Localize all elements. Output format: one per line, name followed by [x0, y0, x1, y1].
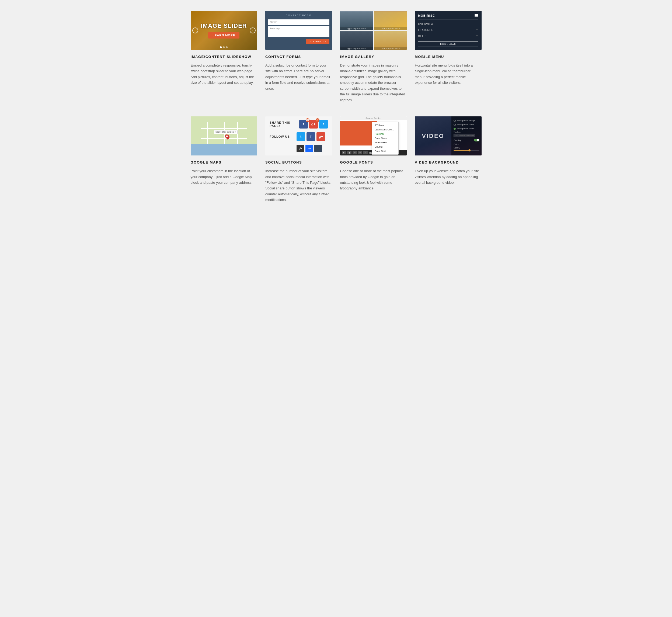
follow-facebook-btn[interactable]: f [306, 132, 315, 141]
card-title-maps: GOOGLE MAPS [191, 160, 257, 164]
slider-heading: IMAGE SLIDER [201, 22, 247, 29]
card-contact-forms: CONTACT FORM CONTACT US CONTACT FORMS Ad… [265, 11, 332, 103]
gallery-thumb-4[interactable]: Type caption here [374, 31, 407, 50]
gallery-thumb-2[interactable]: Type caption here [374, 11, 407, 30]
card-image-slider: ‹ IMAGE SLIDER LEARN MORE › IMAGE/CONTEN… [191, 11, 257, 103]
slider-dots [220, 46, 228, 48]
facebook-badge: 192 [306, 118, 309, 122]
fonts-toolbar-btn-4[interactable]: ☷ [358, 151, 362, 154]
extra-social-row: gh Be t [270, 145, 328, 152]
card-desc-fonts: Choose one or more of the most popular f… [340, 168, 407, 191]
video-color-option: Color [454, 142, 479, 146]
fonts-toolbar-btn-3[interactable]: ☰ [353, 151, 357, 154]
video-option-bg-video: Background Video [454, 127, 479, 131]
video-youtube-input[interactable] [454, 134, 475, 137]
card-title-gallery: IMAGE GALLERY [340, 55, 407, 59]
card-video-background: VIDEO Background Image Background Color [415, 117, 482, 203]
font-droid-serif[interactable]: Droid Serif [372, 149, 398, 153]
video-slider-knob[interactable] [468, 149, 471, 152]
share-gplus-btn[interactable]: g+ 47 [309, 120, 318, 129]
follow-twitter-btn[interactable]: t [296, 132, 305, 141]
font-raleway[interactable]: Raleway [372, 132, 398, 136]
font-ubuntu[interactable]: Ubuntu [372, 145, 398, 149]
fonts-toolbar-btn-1[interactable]: ▶ [342, 151, 346, 154]
mm-download-btn[interactable]: DOWNLOAD [418, 41, 478, 47]
gallery-caption-2: Type caption here [374, 27, 407, 30]
radio-bg-video[interactable] [454, 128, 456, 130]
page-container: ‹ IMAGE SLIDER LEARN MORE › IMAGE/CONTEN… [185, 0, 487, 227]
share-facebook-btn[interactable]: f 192 [299, 120, 308, 129]
mm-item-overview[interactable]: OVERVIEW [418, 21, 478, 27]
slider-next-btn[interactable]: › [250, 27, 256, 33]
chevron-down-icon: ▼ [476, 29, 478, 31]
contact-submit-btn[interactable]: CONTACT US [306, 39, 329, 44]
card-google-maps: Empire State Building ✕ GOOGLE MAPS Poin… [191, 117, 257, 203]
map-pin[interactable] [225, 134, 229, 139]
video-preview: VIDEO Background Image Background Color [415, 117, 482, 156]
card-mobile-menu: MOBIRISE OVERVIEW FEATURES ▼ [415, 11, 482, 103]
feature-row-2: Empire State Building ✕ GOOGLE MAPS Poin… [191, 117, 482, 203]
github-btn[interactable]: gh [296, 145, 304, 152]
twitter-follow-icon: t [300, 135, 301, 139]
fonts-dropdown[interactable]: PT Sans Open Sans Con... Raleway Droid S… [372, 122, 399, 155]
video-overlay-option: Overlay [454, 138, 479, 142]
map-water [191, 144, 257, 156]
slider-text-block: IMAGE SLIDER LEARN MORE [201, 22, 247, 38]
fonts-red-area [340, 121, 377, 146]
gallery-thumb-3[interactable]: Type caption here [340, 31, 373, 50]
map-background: Empire State Building ✕ [191, 117, 257, 156]
slider-preview: ‹ IMAGE SLIDER LEARN MORE › [191, 11, 257, 50]
card-title-social: SOCIAL BUTTONS [265, 160, 332, 164]
mm-item-features[interactable]: FEATURES ▼ [418, 27, 478, 33]
toggle-knob [477, 139, 479, 141]
gallery-thumb-1[interactable]: Type caption here [340, 11, 373, 30]
follow-gplus-btn[interactable]: g+ [316, 132, 325, 141]
map-tooltip-close[interactable]: ✕ [234, 131, 236, 133]
font-pt-sans[interactable]: PT Sans [372, 123, 398, 128]
video-sidebar: Background Image Background Color Backgr… [451, 117, 481, 156]
fonts-toolbar-btn-5[interactable]: ☷ [363, 151, 368, 154]
card-image-gallery: Type caption here Type caption here Type… [340, 11, 407, 103]
contact-preview: CONTACT FORM CONTACT US [265, 11, 332, 50]
card-title-fonts: GOOGLE FONTS [340, 160, 407, 164]
facebook-follow-icon: f [310, 135, 311, 139]
gallery-caption-1: Type caption here [340, 27, 373, 30]
tumblr-btn[interactable]: t [314, 145, 322, 152]
fonts-toolbar-btn-2[interactable]: ▮ [347, 151, 352, 154]
mobile-menu-preview: MOBIRISE OVERVIEW FEATURES ▼ [415, 11, 482, 50]
font-open-sans[interactable]: Open Sans Con... [372, 128, 398, 132]
follow-label: FOLLOW US [270, 135, 294, 138]
card-title-mobile-menu: MOBILE MENU [415, 55, 482, 59]
radio-bg-color[interactable] [454, 124, 456, 126]
font-montserrat[interactable]: Montserrat [372, 140, 398, 145]
card-title-slider: IMAGE/CONTENT SLIDESHOW [191, 55, 257, 59]
video-option-bg-color: Background Color [454, 123, 479, 127]
extra-buttons: gh Be t [296, 145, 322, 152]
dot-2[interactable] [223, 46, 225, 48]
share-twitter-btn[interactable]: t [319, 120, 328, 129]
font-droid-sans[interactable]: Droid Sans [372, 136, 398, 140]
fonts-toolbar: Source Serif... [340, 117, 407, 120]
gallery-caption-3: Type caption here [340, 47, 373, 50]
mm-item-help[interactable]: HELP ▼ [418, 33, 478, 39]
card-desc-maps: Point your customers in the location of … [191, 168, 257, 185]
video-overlay-toggle[interactable] [474, 139, 479, 142]
radio-bg-image[interactable] [454, 120, 456, 122]
card-title-video: VIDEO BACKGROUND [415, 160, 482, 164]
video-option-bg-image: Background Image [454, 119, 479, 123]
slider-learn-more-btn[interactable]: LEARN MORE [208, 32, 239, 38]
contact-name-input[interactable] [268, 19, 329, 25]
chevron-down-icon-2: ▼ [476, 35, 478, 37]
dot-3[interactable] [226, 46, 228, 48]
social-preview: SHARE THIS PAGE! f 192 g+ 47 t [265, 117, 332, 156]
video-word: VIDEO [422, 133, 444, 140]
video-opacity-slider[interactable] [454, 150, 479, 151]
contact-message-input[interactable] [268, 26, 329, 37]
contact-form-title: CONTACT FORM [268, 14, 329, 17]
slider-prev-btn[interactable]: ‹ [192, 27, 198, 33]
card-desc-slider: Embed a completely responsive, touch-swi… [191, 62, 257, 86]
behance-icon: Be [307, 147, 311, 150]
dot-1[interactable] [220, 46, 222, 48]
hamburger-icon[interactable] [475, 14, 478, 17]
behance-btn[interactable]: Be [305, 145, 313, 152]
